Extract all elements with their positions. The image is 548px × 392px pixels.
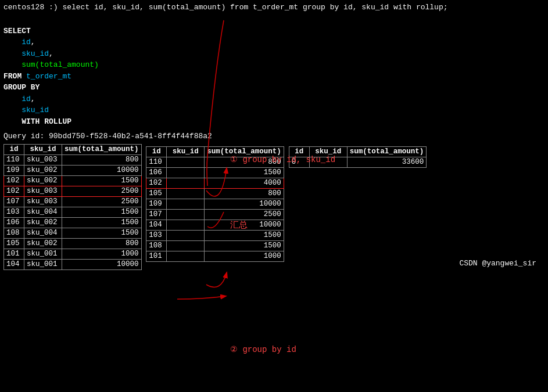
table1-cell: 10000	[62, 260, 142, 270]
table1-cell: 2500	[62, 197, 142, 207]
sql-block: SELECT id, sku_id, sum(total_amount) FRO…	[3, 14, 545, 127]
table1-cell: 108	[4, 228, 24, 239]
table1-cell: 110	[4, 155, 24, 166]
query-id: Query id: 90bdd750-f528-40b2-a541-8ff4f4…	[3, 132, 545, 141]
table2-row: 1072500	[146, 210, 284, 220]
main-container: centos128 :) select id, sku_id, sum(tota…	[0, 0, 548, 274]
field-id: id	[22, 38, 31, 46]
table2-cell: 110	[146, 157, 167, 168]
table1-row: 102sku_0032500	[4, 186, 142, 197]
tables-area: id sku_id sum(total_amount) 110sku_00380…	[3, 144, 545, 271]
table2-cell: 10000	[205, 199, 284, 210]
table1-cell: 1000	[62, 249, 142, 260]
table1-cell: sku_004	[24, 228, 62, 239]
group-keyword: GROUP BY	[3, 83, 40, 92]
table1-cell: 800	[62, 239, 142, 249]
table2-cell	[167, 241, 205, 251]
table1-row: 110sku_003800	[4, 155, 142, 166]
group-field-sku: sku_id	[22, 106, 49, 114]
table1-cell: sku_004	[24, 207, 62, 218]
from-keyword: FROM	[3, 72, 22, 81]
table2-cell	[167, 168, 205, 178]
table2-cell: 109	[146, 199, 167, 210]
table2-cell: 102	[146, 178, 167, 189]
field-sum: sum(total_amount)	[22, 60, 99, 69]
table2-cell: 105	[146, 189, 167, 199]
table2-cell: 1000	[205, 251, 284, 262]
table1-row: 105sku_002800	[4, 239, 142, 249]
table1-cell: sku_002	[24, 218, 62, 228]
table1-cell: sku_003	[24, 155, 62, 166]
group-field-id: id	[22, 95, 31, 103]
table1-cell: 106	[4, 218, 24, 228]
table1-cell: sku_003	[24, 197, 62, 207]
t2-h-sku: sku_id	[167, 147, 205, 157]
table1-cell: sku_002	[24, 176, 62, 186]
table1-cell: sku_001	[24, 249, 62, 260]
table1-cell: 800	[62, 155, 142, 166]
with-rollup: WITH ROLLUP	[22, 117, 71, 126]
table-name: t_order_mt	[26, 72, 71, 81]
table1-cell: sku_002	[24, 166, 62, 176]
table1-cell: 1500	[62, 207, 142, 218]
table1-cell: 2500	[62, 186, 142, 197]
annotation-group1: ① group by id, sku_id	[230, 154, 335, 164]
table1-cell: 1500	[62, 228, 142, 239]
table1-row: 102sku_0021500	[4, 176, 142, 186]
table1-cell: 104	[4, 260, 24, 270]
table2-cell: 1500	[205, 241, 284, 251]
table2-cell: 106	[146, 168, 167, 178]
table2-row: 1061500	[146, 168, 284, 178]
table1-row: 106sku_0021500	[4, 218, 142, 228]
table2-row: 105800	[146, 189, 284, 199]
t1-h-sum: sum(total_amount)	[62, 145, 142, 155]
table1-cell: sku_001	[24, 260, 62, 270]
table1-cell: 102	[4, 186, 24, 197]
table2-cell: 2500	[205, 210, 284, 220]
table2-cell	[167, 251, 205, 262]
table2-cell: 107	[146, 210, 167, 220]
table1: id sku_id sum(total_amount) 110sku_00380…	[3, 144, 142, 270]
table1-row: 108sku_0041500	[4, 228, 142, 239]
t1-h-sku: sku_id	[24, 145, 62, 155]
table1-cell: 103	[4, 207, 24, 218]
table1-cell: 1500	[62, 218, 142, 228]
table1-row: 103sku_0041500	[4, 207, 142, 218]
table1-cell: 107	[4, 197, 24, 207]
table1-cell: 1500	[62, 176, 142, 186]
table3-cell: 33600	[347, 157, 427, 168]
t2-h-id: id	[146, 147, 167, 157]
table1-cell: sku_002	[24, 239, 62, 249]
table2-cell: 4000	[205, 178, 284, 189]
table2-cell: 1500	[205, 168, 284, 178]
table1-row: 104sku_00110000	[4, 260, 142, 270]
table2-cell: 101	[146, 251, 167, 262]
table2-cell	[167, 157, 205, 168]
table2-cell: 1500	[205, 231, 284, 241]
table1-cell: sku_003	[24, 186, 62, 197]
t1-h-id: id	[4, 145, 24, 155]
csdn-watermark: CSDN @yangwei_sir	[459, 259, 536, 268]
table1-cell: 102	[4, 176, 24, 186]
table1-cell: 10000	[62, 166, 142, 176]
table2-cell	[167, 178, 205, 189]
table2-cell: 800	[205, 189, 284, 199]
command-line: centos128 :) select id, sku_id, sum(tota…	[3, 2, 545, 13]
select-keyword: SELECT	[3, 27, 31, 35]
table2-row: 10410000	[146, 220, 284, 231]
table1-row: 109sku_00210000	[4, 166, 142, 176]
table2-cell: 108	[146, 241, 167, 251]
t3-h-sum: sum(total_amount)	[347, 147, 427, 157]
table2-row: 1031500	[146, 231, 284, 241]
table2-row: 1024000	[146, 178, 284, 189]
table2-cell: 104	[146, 220, 167, 231]
table1-row: 101sku_0011000	[4, 249, 142, 260]
table2-row: 1011000	[146, 251, 284, 262]
table2-cell	[167, 199, 205, 210]
annotation-group2: ② group by id	[230, 344, 296, 354]
table2-cell: 103	[146, 231, 167, 241]
table1-wrapper: id sku_id sum(total_amount) 110sku_00380…	[3, 144, 142, 271]
table2-row: 10910000	[146, 199, 284, 210]
table2-cell	[167, 231, 205, 241]
table2-cell	[167, 210, 205, 220]
